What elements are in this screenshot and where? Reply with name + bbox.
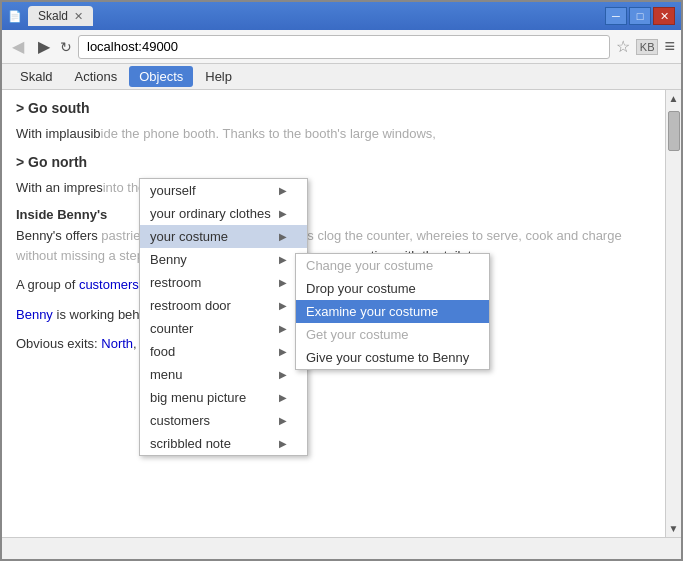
submenu-arrow-food: ▶ — [279, 346, 287, 357]
submenu-arrow-your-costume: ▶ — [279, 231, 287, 242]
menu-bar: Skald Actions Objects Help — [2, 64, 681, 90]
north-link[interactable]: North — [101, 336, 133, 351]
objects-menu-item-customers[interactable]: customers ▶ — [140, 409, 307, 432]
objects-menu-item-restroom[interactable]: restroom ▶ — [140, 271, 307, 294]
scrollbar[interactable]: ▲ ▼ — [665, 90, 681, 537]
para1: With implausibide the phone booth. Thank… — [16, 124, 651, 144]
objects-menu-item-counter[interactable]: counter ▶ — [140, 317, 307, 340]
objects-menu-item-big-menu-picture[interactable]: big menu picture ▶ — [140, 386, 307, 409]
submenu-arrow-scribbled-note: ▶ — [279, 438, 287, 449]
forward-button[interactable]: ▶ — [34, 35, 54, 58]
submenu-arrow-menu: ▶ — [279, 369, 287, 380]
inside-title: Inside Benny's — [16, 207, 651, 222]
objects-menu-item-food[interactable]: food ▶ — [140, 340, 307, 363]
costume-submenu-item-get: Get your costume — [296, 323, 489, 346]
costume-submenu-item-examine[interactable]: Examine your costume — [296, 300, 489, 323]
menubar-item-actions[interactable]: Actions — [65, 66, 128, 87]
maximize-button[interactable]: □ — [629, 7, 651, 25]
back-button[interactable]: ◀ — [8, 35, 28, 58]
submenu-arrow-benny: ▶ — [279, 254, 287, 265]
tab-close-button[interactable]: ✕ — [74, 10, 83, 23]
submenu-arrow-restroom-door: ▶ — [279, 300, 287, 311]
menubar-item-help[interactable]: Help — [195, 66, 242, 87]
objects-menu-item-your-costume[interactable]: your costume ▶ — [140, 225, 307, 248]
menubar-item-skald[interactable]: Skald — [10, 66, 63, 87]
para2: With an impresinto the open cafe. — [16, 178, 651, 198]
costume-submenu-item-change: Change your costume — [296, 254, 489, 277]
window-icon: 📄 — [8, 10, 22, 23]
main-content: > Go south With implausibide the phone b… — [2, 90, 665, 537]
browser-tab[interactable]: Skald ✕ — [28, 6, 93, 26]
submenu-arrow-restroom: ▶ — [279, 277, 287, 288]
url-input[interactable] — [78, 35, 610, 59]
objects-menu-item-benny[interactable]: Benny ▶ — [140, 248, 307, 271]
go-north-heading: > Go north — [16, 154, 651, 170]
submenu-arrow-big-menu-picture: ▶ — [279, 392, 287, 403]
content-area: > Go south With implausibide the phone b… — [2, 90, 681, 537]
address-bar: ◀ ▶ ↻ ☆ KB ≡ — [2, 30, 681, 64]
reload-button[interactable]: ↻ — [60, 39, 72, 55]
title-bar: 📄 Skald ✕ ─ □ ✕ — [2, 2, 681, 30]
customers-link[interactable]: customers — [79, 277, 139, 292]
go-south-heading: > Go south — [16, 100, 651, 116]
objects-menu-item-ordinary-clothes[interactable]: your ordinary clothes ▶ — [140, 202, 307, 225]
scroll-up-arrow[interactable]: ▲ — [666, 90, 681, 107]
objects-dropdown-menu: yourself ▶ your ordinary clothes ▶ your … — [139, 178, 308, 456]
objects-menu-item-yourself[interactable]: yourself ▶ — [140, 179, 307, 202]
costume-submenu-item-drop[interactable]: Drop your costume — [296, 277, 489, 300]
objects-menu-item-restroom-door[interactable]: restroom door ▶ — [140, 294, 307, 317]
main-window: 📄 Skald ✕ ─ □ ✕ ◀ ▶ ↻ ☆ KB ≡ Skald Actio… — [0, 0, 683, 561]
submenu-arrow-yourself: ▶ — [279, 185, 287, 196]
scroll-down-arrow[interactable]: ▼ — [666, 520, 681, 537]
kb-badge: KB — [636, 39, 659, 55]
menubar-item-objects[interactable]: Objects — [129, 66, 193, 87]
scroll-thumb[interactable] — [668, 111, 680, 151]
submenu-arrow-counter: ▶ — [279, 323, 287, 334]
minimize-button[interactable]: ─ — [605, 7, 627, 25]
tab-label: Skald — [38, 9, 68, 23]
close-button[interactable]: ✕ — [653, 7, 675, 25]
objects-menu-item-scribbled-note[interactable]: scribbled note ▶ — [140, 432, 307, 455]
status-bar — [2, 537, 681, 559]
costume-submenu-item-give[interactable]: Give your costume to Benny — [296, 346, 489, 369]
costume-submenu: Change your costume Drop your costume Ex… — [295, 253, 490, 370]
browser-menu-button[interactable]: ≡ — [664, 36, 675, 57]
submenu-arrow-ordinary-clothes: ▶ — [279, 208, 287, 219]
window-controls: ─ □ ✕ — [605, 7, 675, 25]
objects-menu-item-menu[interactable]: menu ▶ — [140, 363, 307, 386]
bookmark-icon[interactable]: ☆ — [616, 37, 630, 56]
submenu-arrow-customers: ▶ — [279, 415, 287, 426]
benny-link[interactable]: Benny — [16, 307, 53, 322]
